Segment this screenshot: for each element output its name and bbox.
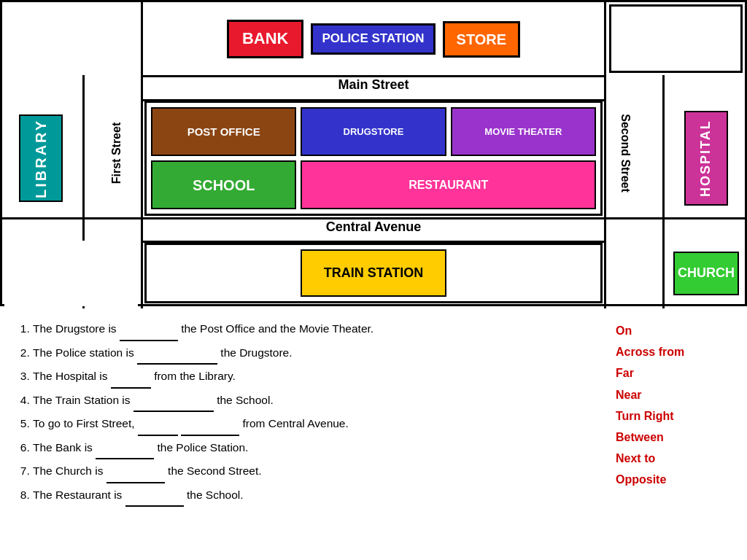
- map-container: Main Street Central Avenue First Street …: [0, 0, 747, 306]
- answer-on: On: [616, 321, 732, 341]
- blank-7: [107, 470, 165, 483]
- restaurant-building: RESTAURANT: [301, 160, 596, 209]
- bank-building: BANK: [227, 20, 304, 58]
- library-building: LIBRARY: [19, 114, 63, 202]
- second-street-label: Second Street: [619, 114, 632, 192]
- divider-h1: [141, 75, 606, 77]
- question-8: The Restaurant is the School.: [33, 483, 601, 508]
- blank-5a: [138, 423, 178, 436]
- blank-3: [111, 376, 151, 389]
- school-building: SCHOOL: [151, 160, 296, 209]
- question-6: The Bank is the Police Station.: [33, 436, 601, 460]
- block-right-bottom: CHURCH: [670, 243, 743, 303]
- question-5: To go to First Street, from Central Aven…: [33, 412, 601, 436]
- answer-opposite: Opposite: [616, 470, 732, 489]
- question-4: The Train Station is the School.: [33, 389, 601, 413]
- question-3: The Hospital is from the Library.: [33, 365, 601, 389]
- answer-between: Between: [616, 427, 732, 447]
- hospital-building: HOSPITAL: [684, 111, 728, 206]
- block-right-top: HOSPITAL: [670, 101, 743, 216]
- question-1: The Drugstore is the Post Office and the…: [33, 317, 601, 341]
- answer-turn-right: Turn Right: [616, 406, 732, 426]
- block-middle: POST OFFICE DRUGSTORE MOVIE THEATER SCHO…: [144, 101, 603, 216]
- questions-list: The Drugstore is the Post Office and the…: [15, 317, 601, 507]
- answer-far: Far: [616, 363, 732, 383]
- block-top: BANK POLICE STATION STORE: [144, 4, 603, 74]
- blank-4: [133, 399, 214, 412]
- first-street-label: First Street: [110, 122, 123, 184]
- divider-v2b: [662, 75, 665, 308]
- drugstore-building: DRUGSTORE: [301, 107, 446, 156]
- store-building: STORE: [443, 21, 521, 58]
- divider-v1: [141, 2, 143, 308]
- blank-5b: [181, 423, 239, 436]
- blank-2: [137, 351, 217, 365]
- post-office-building: POST OFFICE: [151, 107, 296, 156]
- train-station-building: TRAIN STATION: [301, 249, 446, 297]
- church-building: CHURCH: [673, 252, 739, 295]
- answer-next-to: Next to: [616, 448, 732, 468]
- answers-column: On Across from Far Near Turn Right Betwe…: [616, 317, 732, 507]
- top-right-box: [609, 4, 743, 73]
- block-left: LIBRARY: [4, 101, 77, 216]
- top-left-box: [4, 4, 138, 73]
- blank-8: [125, 494, 184, 507]
- bottom-left-box: [4, 241, 138, 306]
- blank-6: [96, 446, 154, 459]
- movie-theater-building: MOVIE THEATER: [451, 107, 596, 156]
- question-2: The Police station is the Drugstore.: [33, 341, 601, 365]
- blank-1: [120, 328, 178, 341]
- main-street-label: Main Street: [2, 77, 745, 93]
- questions-column: The Drugstore is the Post Office and the…: [15, 317, 601, 507]
- central-avenue-label: Central Avenue: [2, 219, 745, 235]
- question-7: The Church is the Second Street.: [33, 459, 601, 483]
- block-bottom: TRAIN STATION: [144, 243, 603, 303]
- police-building: POLICE STATION: [311, 23, 435, 54]
- bottom-section: The Drugstore is the Post Office and the…: [0, 306, 747, 514]
- answer-across: Across from: [616, 342, 732, 362]
- divider-h2: [2, 217, 745, 219]
- answer-near: Near: [616, 385, 732, 405]
- divider-v2: [604, 2, 606, 308]
